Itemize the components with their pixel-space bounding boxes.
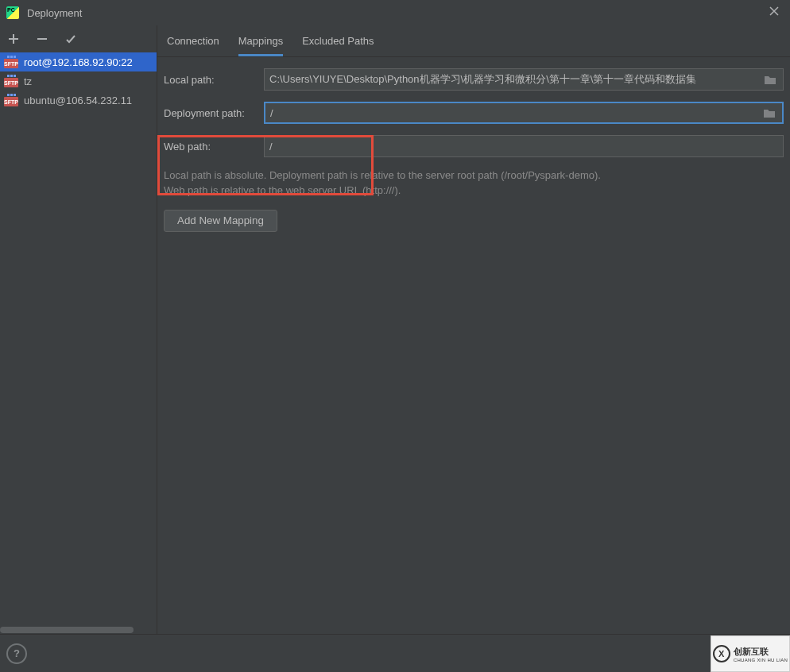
input-value: / <box>270 107 761 119</box>
close-icon[interactable] <box>769 6 782 19</box>
watermark-text: 创新互联 <box>734 646 788 658</box>
add-server-button[interactable] <box>5 30 22 48</box>
input-value: C:\Users\YIUYE\Desktop\Python机器学习\机器学习和微… <box>269 72 762 87</box>
input-value: / <box>269 141 778 153</box>
help-button[interactable]: ? <box>6 643 27 664</box>
sftp-icon: SFTP <box>3 94 19 106</box>
tabs: Connection Mappings Excluded Paths <box>157 25 790 57</box>
add-new-mapping-button[interactable]: Add New Mapping <box>164 210 277 232</box>
server-item[interactable]: SFTP tz <box>0 71 157 91</box>
apply-button[interactable] <box>62 30 79 48</box>
watermark: X 创新互联 CHUANG XIN HU LIAN <box>711 635 790 672</box>
local-path-label: Local path: <box>164 74 264 86</box>
watermark-subtext: CHUANG XIN HU LIAN <box>734 658 788 662</box>
hint-line: Web path is relative to the web server U… <box>164 183 784 199</box>
watermark-logo-icon: X <box>713 645 730 662</box>
button-label: Add New Mapping <box>177 214 264 226</box>
deployment-path-input[interactable]: / <box>264 102 784 124</box>
server-sidebar: SFTP root@192.168.92.90:22 SFTP tz SFTP … <box>0 25 157 634</box>
browse-folder-icon[interactable] <box>762 71 778 87</box>
window-title: Deployment <box>27 7 82 19</box>
sidebar-toolbar <box>0 25 157 52</box>
browse-folder-icon[interactable] <box>761 105 777 121</box>
tab-label: Mappings <box>238 35 283 47</box>
tab-connection[interactable]: Connection <box>167 25 219 56</box>
server-label: root@192.168.92.90:22 <box>24 56 133 68</box>
web-path-label: Web path: <box>164 141 264 153</box>
hint-text: Local path is absolute. Deployment path … <box>164 168 784 199</box>
tab-label: Excluded Paths <box>302 35 374 47</box>
tab-mappings[interactable]: Mappings <box>238 25 283 56</box>
sidebar-scrollbar[interactable] <box>0 626 157 634</box>
server-label: ubuntu@106.54.232.11 <box>24 95 132 106</box>
deployment-path-label: Deployment path: <box>164 107 264 119</box>
sftp-icon: SFTP <box>3 56 19 68</box>
web-path-input[interactable]: / <box>264 135 784 157</box>
server-list: SFTP root@192.168.92.90:22 SFTP tz SFTP … <box>0 52 157 634</box>
app-icon <box>6 6 19 19</box>
tab-label: Connection <box>167 35 219 47</box>
local-path-input[interactable]: C:\Users\YIUYE\Desktop\Python机器学习\机器学习和微… <box>264 68 784 91</box>
remove-server-button[interactable] <box>33 30 51 48</box>
server-item[interactable]: SFTP root@192.168.92.90:22 <box>0 52 157 71</box>
hint-line: Local path is absolute. Deployment path … <box>164 168 784 183</box>
help-icon: ? <box>14 647 20 659</box>
sftp-icon: SFTP <box>3 75 19 87</box>
tab-excluded-paths[interactable]: Excluded Paths <box>302 25 374 56</box>
server-label: tz <box>24 75 32 87</box>
server-item[interactable]: SFTP ubuntu@106.54.232.11 <box>0 91 157 110</box>
